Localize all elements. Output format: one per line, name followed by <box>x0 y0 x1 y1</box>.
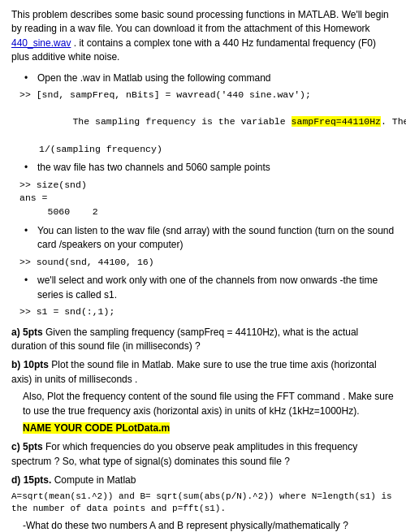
question-c-points: 5pts <box>23 441 45 452</box>
math-equation: A=sqrt(mean(s1.^2)) and B= sqrt(sum(abs(… <box>11 491 395 517</box>
bullet-wav-info-text: the wav file has two channels and 5060 s… <box>37 161 270 175</box>
code-ans-value: 5060 2 <box>19 205 395 219</box>
code-block-2: >> size(snd) ans = 5060 2 <box>19 179 395 219</box>
question-b-subtext: Also, Plot the frequency content of the … <box>23 390 395 418</box>
question-a-label: a) <box>11 327 23 338</box>
bullet-open-wav-text: Open the .wav in Matlab using the follow… <box>37 71 271 85</box>
main-content: This problem describes some basic sound … <box>11 8 395 532</box>
code-s1-line: >> s1 = snd(:,1); <box>19 305 395 319</box>
code-line-1: >> [snd, sampFreq, nBits] = wavread('440… <box>19 89 395 102</box>
sub-question-d1: -What do these two numbers A and B repre… <box>23 519 395 532</box>
code-block-1: >> [snd, sampFreq, nBits] = wavread('440… <box>19 89 395 156</box>
question-b-named-code: NAME YOUR CODE PLotData.m <box>23 422 395 435</box>
question-d-label: d) <box>11 474 24 486</box>
code-line-2-after: . The sampling time is <box>381 116 406 127</box>
question-b-points: 10pts <box>24 359 52 370</box>
question-b-subtext-content: Also, Plot the frequency content of the … <box>23 391 394 416</box>
bullet-open-wav: • Open the .wav in Matlab using the foll… <box>24 71 395 85</box>
sub-question-d1-text: -What do these two numbers A and B repre… <box>23 520 348 531</box>
bullet-channel: • we'll select and work only with one of… <box>24 274 395 302</box>
bullet-sound: • You can listen to the wav file (snd ar… <box>24 224 395 253</box>
bullet-dot-2: • <box>24 161 32 175</box>
question-b-text: Plot the sound file in Matlab. Make sure… <box>11 359 377 384</box>
named-code-highlight: NAME YOUR CODE PLotData.m <box>23 422 170 434</box>
code-line-3: 1/(sampling frequency) <box>19 143 395 157</box>
code-block-3: >> sound(snd, 44100, 16) <box>19 256 395 270</box>
bullet-wav-info: • the wav file has two channels and 5060… <box>24 161 395 175</box>
bullet-dot-4: • <box>24 274 32 302</box>
code-size-line: >> size(snd) <box>19 179 395 192</box>
bullet-dot-1: • <box>24 71 32 85</box>
bullet-channel-text: we'll select and work only with one of t… <box>37 274 395 302</box>
question-c-text: For which frequencies do you observe pea… <box>11 441 357 466</box>
code-ans-label: ans = <box>19 192 395 205</box>
code-line-2: The sampling frequency is the variable s… <box>19 102 395 143</box>
intro-text-before: This problem describes some basic sound … <box>11 9 389 34</box>
question-d-text: Compute in Matlab <box>54 474 136 486</box>
math-equation-text: A=sqrt(mean(s1.^2)) and B= sqrt(sum(abs(… <box>11 491 392 514</box>
question-d-points: 15pts. <box>24 474 54 486</box>
question-d: d) 15pts. Compute in Matlab A=sqrt(mean(… <box>11 474 395 532</box>
intro-link[interactable]: 440_sine.wav <box>11 37 71 49</box>
question-a-text: Given the sampling frequency (sampFreq =… <box>11 327 358 352</box>
question-b-label: b) <box>11 359 24 370</box>
intro-paragraph: This problem describes some basic sound … <box>11 8 395 65</box>
question-a-points: 5pts <box>23 327 45 338</box>
question-b: b) 10pts Plot the sound file in Matlab. … <box>11 358 395 435</box>
question-a: a) 5pts Given the sampling frequency (sa… <box>11 326 395 354</box>
question-c: c) 5pts For which frequencies do you obs… <box>11 440 395 469</box>
bullet-sound-text: You can listen to the wav file (snd arra… <box>37 224 395 253</box>
code-sound-line: >> sound(snd, 44100, 16) <box>19 256 395 270</box>
bullet-dot-3: • <box>24 224 32 253</box>
question-c-label: c) <box>11 441 23 452</box>
questions-section: a) 5pts Given the sampling frequency (sa… <box>11 326 395 532</box>
code-line-2-highlight: sampFreq=44110Hz <box>292 116 381 127</box>
code-block-4: >> s1 = snd(:,1); <box>19 305 395 319</box>
code-line-2-before: The sampling frequency is the variable <box>72 116 291 127</box>
